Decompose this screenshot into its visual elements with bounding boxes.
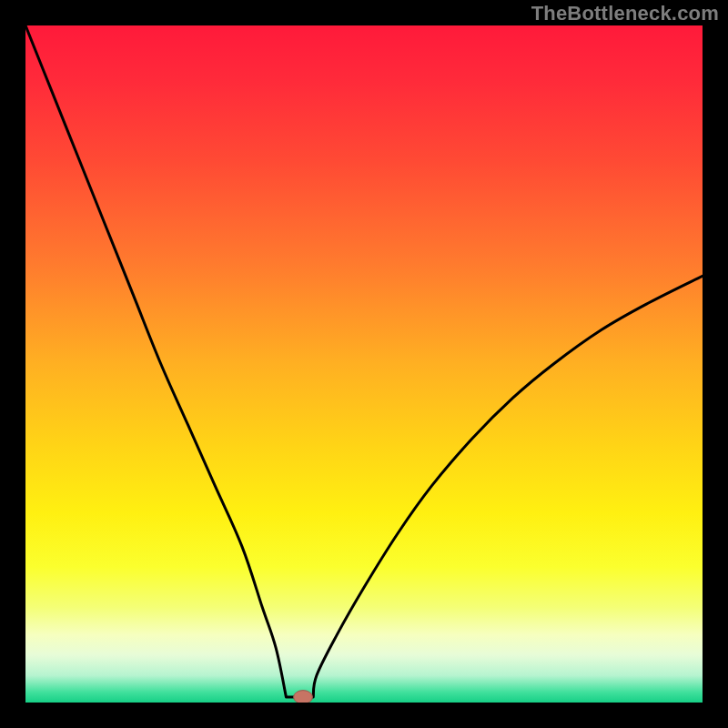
chart-frame: TheBottleneck.com (0, 0, 728, 728)
optimal-point-marker (294, 691, 313, 703)
plot-area (25, 25, 703, 703)
gradient-background (25, 25, 703, 703)
chart-svg (25, 25, 703, 703)
watermark-text: TheBottleneck.com (531, 2, 719, 25)
